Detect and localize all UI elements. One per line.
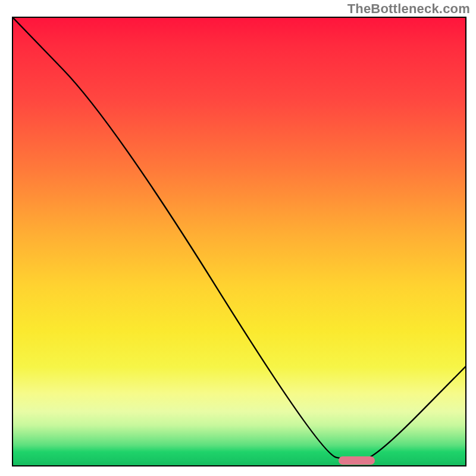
watermark-text: TheBottleneck.com <box>347 1 470 17</box>
bottleneck-curve <box>13 18 465 465</box>
bottleneck-curve-path <box>13 18 465 460</box>
plot-area <box>12 17 466 466</box>
optimal-range-marker <box>339 456 375 465</box>
chart-container: TheBottleneck.com <box>0 0 476 476</box>
